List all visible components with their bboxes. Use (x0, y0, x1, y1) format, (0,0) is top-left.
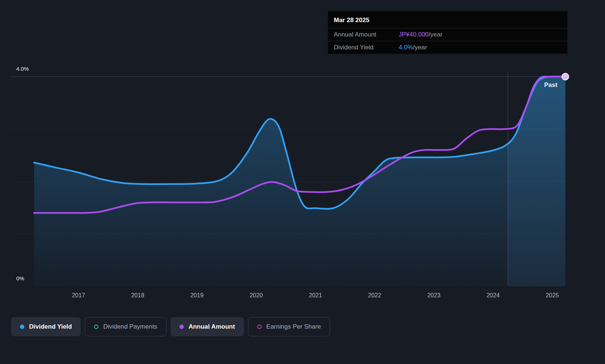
tooltip-date: Mar 28 2025 (328, 11, 567, 28)
y-tick-label: 4.0% (16, 66, 29, 72)
legend-label: Earnings Per Share (266, 323, 321, 330)
x-tick-label: 2022 (358, 292, 391, 299)
tooltip-suffix: /year (429, 31, 443, 38)
dividend-yield-area (34, 77, 565, 286)
annual-amount-marker-icon (179, 325, 184, 329)
legend-label: Annual Amount (189, 323, 235, 330)
legend-item-dividend-yield[interactable]: Dividend Yield (11, 317, 81, 336)
dividend-yield-marker-icon (20, 325, 24, 329)
legend-item-earnings-per-share[interactable]: Earnings Per Share (248, 317, 330, 336)
tooltip-row-dividend-yield: Dividend Yield 4.0%/year (328, 41, 567, 54)
y-tick-label: 0% (16, 275, 24, 281)
chart-tooltip: Mar 28 2025 Annual Amount JP¥40.000/year… (328, 11, 567, 54)
legend-item-dividend-payments[interactable]: Dividend Payments (85, 317, 166, 336)
gridlines (11, 77, 566, 234)
x-tick-label: 2017 (62, 292, 95, 299)
x-tick-label: 2025 (536, 292, 569, 299)
dividend-history-page: { "colors": { "background": "#161b24", "… (0, 0, 605, 364)
chart-legend: Dividend Yield Dividend Payments Annual … (11, 317, 330, 336)
tooltip-label: Dividend Yield (334, 44, 399, 51)
dividend-yield-line (34, 77, 565, 209)
x-tick-label: 2021 (299, 292, 332, 299)
tooltip-value: 4.0% (399, 44, 413, 51)
x-tick-label: 2020 (239, 292, 273, 299)
chart-canvas (0, 0, 605, 364)
x-tick-label: 2023 (417, 292, 451, 299)
past-area-highlight (34, 77, 565, 286)
legend-label: Dividend Yield (29, 323, 72, 330)
tooltip-value: JP¥40.000 (399, 31, 429, 38)
annual-amount-line (34, 77, 565, 213)
legend-label: Dividend Payments (103, 323, 157, 330)
tooltip-label: Annual Amount (334, 31, 399, 38)
chart-series (34, 72, 569, 286)
tooltip-row-annual-amount: Annual Amount JP¥40.000/year (328, 28, 567, 41)
earnings-per-share-marker-icon (257, 325, 262, 329)
legend-item-annual-amount[interactable]: Annual Amount (171, 317, 244, 336)
dividend-payments-marker-icon (94, 325, 98, 329)
tooltip-suffix: /year (413, 44, 427, 51)
x-tick-label: 2019 (181, 292, 214, 299)
past-annotation: Past (544, 81, 557, 89)
end-point-marker (562, 73, 569, 80)
x-tick-label: 2024 (476, 292, 510, 299)
x-tick-label: 2018 (121, 292, 154, 299)
